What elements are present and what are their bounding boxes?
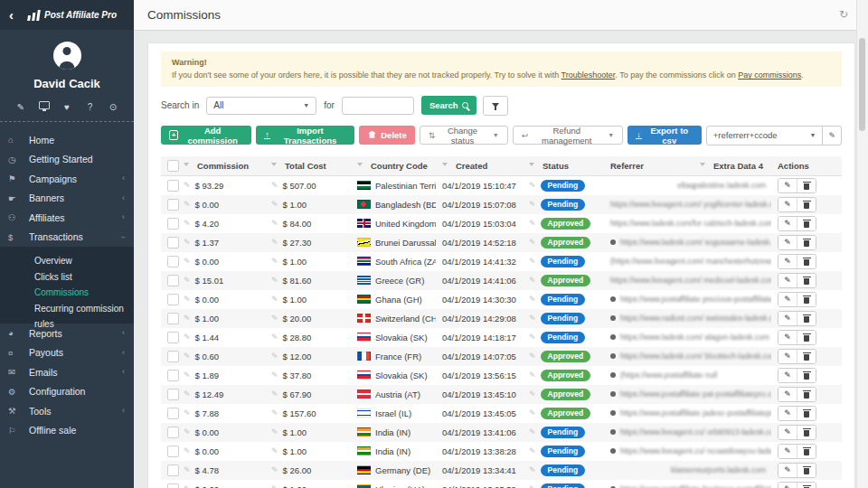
pay-commissions-link[interactable]: Pay commissions [738, 70, 801, 80]
sort-icon[interactable] [442, 163, 448, 166]
edit-button[interactable]: ✎ [778, 464, 797, 477]
sidebar-item-banners[interactable]: ☛Banners‹ [0, 189, 134, 209]
sidebar-item-affiliates[interactable]: ⚇Affiliates‹ [0, 208, 134, 228]
edit-status-icon[interactable]: ✎ [529, 219, 536, 228]
power-icon[interactable]: ⊙ [108, 102, 118, 112]
edit-inline-icon[interactable]: ✎ [184, 181, 191, 190]
edit-inline-icon[interactable]: ✎ [271, 200, 278, 209]
edit-inline-icon[interactable]: ✎ [184, 257, 191, 266]
delete-row-button[interactable] [797, 179, 816, 192]
edit-button[interactable]: ✎ [778, 255, 797, 268]
row-checkbox[interactable] [167, 275, 179, 286]
edit-inline-icon[interactable]: ✎ [184, 465, 191, 474]
edit-inline-icon[interactable]: ✎ [184, 408, 191, 418]
delete-row-button[interactable] [797, 217, 816, 230]
edit-status-icon[interactable]: ✎ [529, 446, 536, 455]
row-checkbox[interactable] [167, 465, 179, 476]
edit-inline-icon[interactable]: ✎ [184, 484, 191, 488]
edit-inline-icon[interactable]: ✎ [184, 314, 191, 323]
edit-button[interactable]: ✎ [778, 293, 797, 306]
edit-inline-icon[interactable]: ✎ [271, 295, 278, 304]
row-checkbox[interactable] [167, 237, 179, 249]
monitor-icon[interactable] [39, 102, 50, 112]
row-checkbox[interactable] [167, 351, 179, 362]
search-field-select[interactable]: All ▼ [206, 97, 316, 115]
sidebar-item-transactions[interactable]: $Transactions‹ [0, 228, 134, 248]
edit-inline-icon[interactable]: ✎ [184, 371, 191, 380]
edit-status-icon[interactable]: ✎ [529, 333, 536, 342]
submenu-item-commissions[interactable]: Commissions [0, 285, 134, 301]
avatar[interactable] [53, 42, 81, 70]
edit-inline-icon[interactable]: ✎ [271, 427, 278, 436]
help-icon[interactable]: ? [85, 102, 96, 112]
edit-inline-icon[interactable]: ✎ [271, 389, 278, 399]
edit-status-icon[interactable]: ✎ [529, 484, 536, 488]
edit-inline-icon[interactable]: ✎ [271, 219, 278, 228]
column-header-country-code[interactable]: Country Code [351, 156, 436, 176]
edit-inline-icon[interactable]: ✎ [271, 465, 278, 474]
column-header-created[interactable]: Created [436, 156, 523, 176]
edit-inline-icon[interactable]: ✎ [184, 295, 191, 304]
edit-button[interactable]: ✎ [778, 331, 797, 344]
edit-status-icon[interactable]: ✎ [529, 314, 536, 323]
edit-inline-icon[interactable]: ✎ [271, 484, 278, 488]
refresh-icon[interactable]: ↻ [839, 0, 848, 30]
sidebar-item-campaigns[interactable]: ⚑Campaigns‹ [0, 169, 134, 189]
delete-row-button[interactable] [797, 293, 816, 306]
sort-icon[interactable] [529, 163, 534, 166]
scrollbar-thumb[interactable] [859, 38, 865, 131]
edit-inline-icon[interactable]: ✎ [184, 276, 191, 285]
edit-status-icon[interactable]: ✎ [529, 371, 536, 380]
edit-status-icon[interactable]: ✎ [529, 352, 536, 361]
edit-button[interactable]: ✎ [778, 312, 797, 325]
sidebar-item-tools[interactable]: ⚒Tools‹ [0, 401, 134, 421]
change-status-button[interactable]: ⇅ Change status ▼ [420, 126, 508, 145]
delete-row-button[interactable] [797, 236, 816, 249]
edit-inline-icon[interactable]: ✎ [184, 200, 191, 209]
column-header-status[interactable]: Status [523, 156, 604, 176]
row-checkbox[interactable] [167, 294, 179, 305]
sort-icon[interactable] [184, 163, 189, 166]
edit-inline-icon[interactable]: ✎ [271, 352, 278, 361]
edit-button[interactable]: ✎ [778, 369, 797, 382]
edit-inline-icon[interactable]: ✎ [184, 352, 191, 361]
column-header-total-cost[interactable]: Total Cost [265, 156, 351, 176]
edit-button[interactable]: ✎ [778, 407, 797, 420]
submenu-item-recurring-commission-rules[interactable]: Recurring commission rules [0, 301, 134, 317]
edit-button[interactable]: ✎ [778, 445, 797, 458]
sort-icon[interactable] [357, 163, 363, 166]
edit-button[interactable]: ✎ [778, 483, 797, 488]
edit-button[interactable]: ✎ [778, 179, 797, 192]
sidebar-item-emails[interactable]: ✉Emails‹ [0, 362, 134, 382]
edit-button[interactable]: ✎ [778, 274, 797, 287]
row-checkbox[interactable] [167, 332, 179, 343]
edit-inline-icon[interactable]: ✎ [271, 333, 278, 342]
delete-row-button[interactable] [797, 274, 816, 287]
edit-status-icon[interactable]: ✎ [529, 257, 536, 266]
add-commission-button[interactable]: + Add commission [161, 126, 251, 145]
delete-row-button[interactable] [797, 426, 816, 439]
edit-preset-button[interactable]: ✎ [822, 127, 841, 145]
row-checkbox[interactable] [167, 370, 179, 381]
submenu-item-overview[interactable]: Overview [0, 253, 134, 269]
row-checkbox[interactable] [167, 256, 179, 267]
edit-inline-icon[interactable]: ✎ [271, 238, 278, 247]
sort-icon[interactable] [271, 163, 277, 166]
edit-inline-icon[interactable]: ✎ [184, 333, 191, 342]
heart-icon[interactable]: ♥ [61, 102, 72, 112]
delete-row-button[interactable] [797, 198, 816, 211]
edit-status-icon[interactable]: ✎ [529, 200, 536, 209]
delete-row-button[interactable] [797, 407, 816, 420]
row-checkbox[interactable] [167, 199, 179, 211]
edit-status-icon[interactable]: ✎ [529, 238, 536, 247]
filter-button[interactable] [483, 96, 508, 116]
edit-inline-icon[interactable]: ✎ [184, 446, 191, 455]
search-input[interactable] [342, 97, 414, 115]
edit-inline-icon[interactable]: ✎ [184, 238, 191, 247]
troubleshooter-link[interactable]: Troubleshooter [561, 70, 616, 80]
delete-row-button[interactable] [797, 464, 816, 477]
sidebar-item-configuration[interactable]: ⚙Configuration [0, 382, 134, 402]
import-transactions-button[interactable]: ↑ Import Transactions [256, 126, 354, 145]
delete-row-button[interactable] [797, 445, 816, 458]
export-csv-button[interactable]: ↓ Export to csv [627, 126, 702, 145]
